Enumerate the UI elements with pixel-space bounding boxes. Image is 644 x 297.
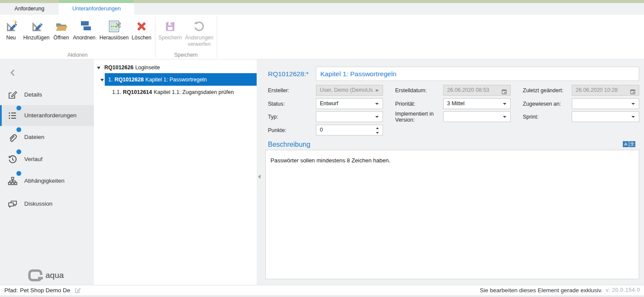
field-label-punkte: Punkte: [268, 125, 315, 136]
tab-unteranforderungen[interactable]: Unteranforderungen [59, 3, 134, 15]
description-heading: Beschreibung [268, 140, 310, 149]
dropdown-arrow-icon [503, 103, 506, 105]
tab-anforderung[interactable]: Anforderung [0, 3, 59, 15]
calendar-icon [630, 88, 635, 93]
sidebar-item-dateien[interactable]: Dateien [0, 127, 94, 148]
expander-icon[interactable] [97, 67, 100, 69]
collapse-panel-arrow[interactable] [258, 174, 261, 179]
tree-row-rq1012626[interactable]: RQ1012626Loginseite [94, 61, 257, 74]
discussion-bubbles-icon [7, 199, 18, 209]
translate-icon-cjk: 文 [629, 141, 635, 147]
field-label-zuletzt-geaendert: Zuletzt geändert: [523, 85, 570, 96]
sidebar-item-abhaengigkeiten-label: Abhängigkeiten [24, 171, 64, 191]
dropdown-arrow-icon [631, 116, 635, 118]
new-button-label: Neu [1, 35, 21, 41]
path-label: Pfad: [4, 285, 18, 295]
calendar-icon [502, 88, 507, 93]
ribbon-group-separator [155, 16, 155, 58]
edit-details-icon [7, 90, 18, 100]
sidebar-item-unteranforderungen-label: Unteranforderungen [24, 105, 77, 126]
field-label-erstelldatum: Erstelldatum: [395, 85, 442, 96]
dropdown-arrow-icon [375, 90, 379, 91]
field-label-prioritaet: Priorität: [395, 98, 442, 109]
typ-combobox[interactable] [316, 111, 383, 122]
sidebar: Details Unteranforderungen Dateie [0, 59, 94, 285]
dropdown-arrow-icon [503, 116, 506, 118]
requirement-id-label: RQ1012628:* [268, 67, 309, 81]
field-label-zugewiesen-an: Zugewiesen an: [523, 98, 570, 109]
save-floppy-icon [163, 19, 177, 33]
save-button[interactable]: Speichern [157, 15, 184, 58]
field-label-sprint: Sprint: [523, 111, 570, 122]
erstelldatum-datefield: 26.06.2020 08:53 [443, 85, 511, 96]
delete-button[interactable]: Löschen [131, 15, 152, 58]
status-combobox[interactable]: Entwurf [316, 98, 383, 109]
sidebar-item-diskussion-label: Diskussion [24, 194, 52, 214]
add-button[interactable]: Hinzufügen [22, 15, 51, 58]
description-text: Passwörter sollen mindestens 8 Zeichen h… [270, 157, 390, 164]
aqua-logo-glyph [28, 269, 43, 282]
sidebar-item-diskussion[interactable]: Diskussion [0, 194, 94, 214]
tab-bar: Anforderung Unteranforderungen [0, 3, 644, 15]
dropdown-arrow-icon [375, 116, 379, 118]
arrange-button[interactable]: Anordnen [71, 15, 97, 58]
sidebar-item-dateien-label: Dateien [24, 127, 45, 148]
arrange-icon [77, 19, 91, 33]
delete-button-label: Löschen [131, 35, 152, 41]
sidebar-item-verlauf-label: Verlauf [24, 149, 42, 170]
expander-icon[interactable] [100, 79, 104, 81]
aqua-logo: aqua [28, 269, 88, 282]
tree-row-rq1012628[interactable]: 1.RQ1012628Kapitel 1: Passwortregeln [94, 74, 257, 86]
path-value: Pet Shop Demo De [20, 285, 70, 295]
tree-row-rq1012614[interactable]: 1.1.RQ1012614Kapitel 1.1: Zugangsdaten p… [94, 86, 257, 98]
sidebar-item-unteranforderungen[interactable]: Unteranforderungen [0, 105, 94, 126]
open-button-label: Öffnen [52, 35, 71, 41]
ersteller-combobox: User, Demo (DemoUs ... [316, 85, 383, 96]
field-label-ersteller: Ersteller: [268, 85, 315, 96]
field-label-typ: Typ: [268, 111, 315, 122]
history-clock-icon [7, 154, 18, 165]
list-icon [7, 110, 18, 121]
ribbon-group-label-speichern: Speichern [155, 52, 217, 58]
delete-x-icon [135, 19, 148, 33]
field-label-status: Status: [268, 98, 315, 109]
aqua-logo-text: aqua [45, 269, 64, 282]
notification-dot [16, 149, 21, 154]
punkte-spinner[interactable]: 0 [316, 125, 383, 136]
sidebar-item-abhaengigkeiten[interactable]: Abhängigkeiten [0, 171, 94, 191]
edit-path-icon[interactable] [74, 287, 81, 294]
spin-down-icon[interactable] [376, 132, 379, 134]
zuletzt-geaendert-datefield: 26.06.2020 10:28 [572, 85, 639, 96]
spin-up-icon[interactable] [376, 127, 379, 129]
discard-changes-button[interactable]: Änderungen verwerfen [184, 15, 214, 58]
title-input[interactable]: Kapitel 1: Passwortregeln [316, 67, 639, 81]
requirements-tree: RQ1012626Loginseite 1.RQ1012628Kapitel 1… [94, 59, 257, 285]
prioritaet-combobox[interactable]: 3 Mittel [443, 98, 511, 109]
spinner-arrows[interactable] [376, 127, 380, 134]
implementiert-in-version-combobox[interactable] [443, 111, 511, 122]
tree-row-text: 1.RQ1012628Kapitel 1: Passwortregeln [108, 74, 207, 86]
dropdown-arrow-icon [375, 103, 379, 105]
tree-row-text: RQ1012626Loginseite [104, 61, 160, 74]
sidebar-item-verlauf[interactable]: Verlauf [0, 149, 94, 170]
description-editor[interactable]: Passwörter sollen mindestens 8 Zeichen h… [265, 150, 639, 279]
back-button[interactable] [9, 68, 17, 77]
top-accent-strip-active [59, 0, 134, 3]
status-bar: Pfad: Pet Shop Demo De Sie bearbeiten di… [0, 285, 644, 295]
arrange-button-label: Anordnen [71, 35, 97, 41]
sidebar-item-details[interactable]: Details [0, 84, 94, 105]
new-button[interactable]: Neu [1, 15, 21, 58]
sprint-combobox[interactable] [572, 111, 639, 122]
translate-icon[interactable]: A 文 [623, 141, 635, 147]
field-label-implementiert-in-version: Implementiert in Version: [395, 111, 442, 122]
open-button[interactable]: Öffnen [52, 15, 71, 58]
zugewiesen-an-combobox[interactable] [572, 98, 639, 109]
extract-button[interactable]: Herauslösen [99, 15, 129, 58]
translate-icon-latin: A [623, 141, 629, 147]
requirement-detail-panel: RQ1012628:* Kapitel 1: Passwortregeln Er… [257, 59, 644, 285]
tree-row-text: 1.1.RQ1012614Kapitel 1.1: Zugangsdaten p… [112, 86, 234, 98]
notification-dot [16, 171, 21, 176]
ribbon-toolbar: Neu Hinzufügen Öffnen [0, 15, 644, 59]
new-requirement-icon [4, 19, 18, 33]
ribbon-group-separator-2 [217, 16, 217, 58]
